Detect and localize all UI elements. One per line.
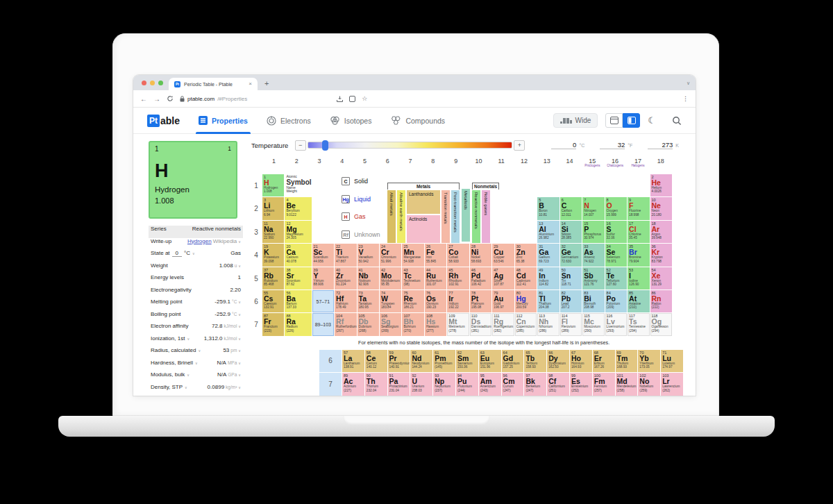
element-cell-nh[interactable]: 113NhNihonium(286): [537, 313, 559, 335]
element-cell-zn[interactable]: 30ZnZinc65.38: [515, 244, 537, 266]
fblock-placeholder[interactable]: 57–71: [312, 290, 334, 312]
element-cell-tc[interactable]: 43TcTechnetium(98): [402, 267, 423, 289]
legend-noble-gases[interactable]: Noble gases: [482, 190, 490, 243]
element-cell-in[interactable]: 49InIndium114.82: [537, 267, 559, 289]
element-cell-ag[interactable]: 47AgSilver107.87: [492, 267, 514, 289]
chevron-down-icon[interactable]: ∨: [238, 312, 241, 317]
element-cell-pu[interactable]: 94PuPlutonium(244): [456, 373, 478, 395]
element-cell-pt[interactable]: 78PtPlatinum195.08: [470, 290, 491, 312]
element-cell-ni[interactable]: 28NiNickel58.693: [470, 244, 491, 266]
property-row[interactable]: Energy levels1: [149, 274, 243, 287]
temperature-minus-button[interactable]: −: [295, 140, 306, 151]
nav-tab-compounds[interactable]: Compounds: [390, 108, 445, 134]
element-cell-ce[interactable]: 58CeCerium140.12: [365, 350, 387, 372]
chevron-down-icon[interactable]: ∨: [238, 337, 241, 341]
element-cell-bi[interactable]: 83BiBismuth208.98: [582, 290, 604, 312]
element-cell-pb[interactable]: 82PbLead207.2: [560, 290, 582, 312]
chevron-down-icon[interactable]: ∨: [187, 373, 190, 377]
element-cell-si[interactable]: 14SiSilicon28.085: [560, 221, 582, 243]
element-cell-as[interactable]: 33AsArsenic74.922: [582, 244, 604, 266]
element-cell-os[interactable]: 76OsOsmium190.23: [425, 290, 446, 312]
element-cell-tl[interactable]: 81TlThallium204.38: [537, 290, 559, 312]
nav-tab-electrons[interactable]: Electrons: [267, 108, 311, 134]
element-cell-fr[interactable]: 87FrFrancium(223): [262, 313, 284, 335]
element-cell-co[interactable]: 27CoCobalt58.933: [447, 244, 469, 266]
element-cell-pa[interactable]: 91PaProtactinium231.04: [388, 373, 410, 395]
temperature-readout-f[interactable]: 32°F: [600, 141, 632, 149]
element-cell-gd[interactable]: 64GdGadolinium157.25: [502, 350, 524, 372]
chevron-down-icon[interactable]: ∨: [198, 348, 201, 353]
layout-window-button[interactable]: [605, 113, 623, 128]
element-cell-ru[interactable]: 44RuRuthenium101.07: [425, 267, 446, 289]
element-cell-mg[interactable]: 12MgMagnesium24.305: [285, 221, 311, 243]
element-cell-cd[interactable]: 48CdCadmium112.41: [515, 267, 537, 289]
element-cell-hg[interactable]: 80HgMercury200.59: [515, 290, 537, 312]
nav-tab-isotopes[interactable]: Isotopes: [330, 108, 372, 134]
legend-post-transition[interactable]: Post-transition metals: [451, 190, 460, 243]
element-cell-ga[interactable]: 31GaGallium69.723: [537, 244, 559, 266]
temperature-readout-k[interactable]: 273K: [648, 141, 679, 149]
chevron-down-icon[interactable]: ∨: [238, 385, 241, 389]
tab-close-icon[interactable]: ×: [249, 81, 252, 87]
browser-menu-icon[interactable]: ⋮: [682, 95, 689, 102]
element-cell-er[interactable]: 68ErErbium167.26: [593, 350, 615, 372]
selected-element-card[interactable]: 1 1 H Hydrogen 1.008: [149, 141, 237, 219]
element-cell-cr[interactable]: 24CrChromium51.996: [380, 244, 401, 266]
element-cell-no[interactable]: 102NoNobelium(259): [638, 373, 660, 395]
element-cell-kr[interactable]: 36KrKrypton83.798: [650, 244, 672, 266]
element-cell-nb[interactable]: 41NbNiobium92.906: [357, 267, 379, 289]
element-cell-ac[interactable]: 89AcActinium(227): [342, 373, 364, 395]
element-cell-y[interactable]: 39YYttrium88.906: [312, 267, 334, 289]
element-cell-ho[interactable]: 67HoHolmium164.93: [570, 350, 592, 372]
element-cell-bh[interactable]: 107BhBohrium(270): [402, 313, 423, 335]
window-controls[interactable]: [142, 81, 163, 85]
element-cell-mc[interactable]: 115McMoscovium(290): [582, 313, 604, 335]
element-cell-rg[interactable]: 111RgRoentgenium(282): [492, 313, 514, 335]
search-icon[interactable]: [672, 116, 682, 126]
element-cell-cs[interactable]: 55CsCaesium132.91: [262, 290, 284, 312]
element-cell-f[interactable]: 9FFluorine18.998: [628, 197, 649, 219]
element-cell-ar[interactable]: 18ArArgon39.948: [650, 221, 672, 243]
element-cell-u[interactable]: 92UUranium238.03: [410, 373, 432, 395]
close-window-button[interactable]: [142, 81, 146, 85]
element-cell-li[interactable]: 3LiLithium6.94: [262, 197, 284, 219]
element-cell-ir[interactable]: 77IrIridium192.22: [447, 290, 469, 312]
property-row[interactable]: State at0°C∨Gas: [149, 250, 243, 262]
element-cell-am[interactable]: 95AmAmericium(243): [479, 373, 501, 395]
element-cell-sm[interactable]: 62SmSamarium150.36: [456, 350, 478, 372]
legend-lanthanoids[interactable]: Lanthanoids: [407, 190, 440, 214]
element-cell-te[interactable]: 52TeTellurium127.60: [605, 267, 627, 289]
element-cell-ne[interactable]: 10NeNeon20.180: [650, 197, 672, 219]
new-tab-button[interactable]: +: [264, 79, 269, 87]
element-cell-he[interactable]: 2HeHelium4.0026: [650, 174, 672, 196]
element-cell-mo[interactable]: 42MoMolybdenum95.95: [380, 267, 401, 289]
element-cell-be[interactable]: 4BeBeryllium9.0122: [285, 197, 311, 219]
legend-actinoids[interactable]: Actinoids: [407, 215, 440, 243]
chevron-down-icon[interactable]: ∨: [238, 324, 241, 328]
property-row[interactable]: Modulus, bulk∨N/AGPa∨: [149, 371, 243, 384]
browser-tab[interactable]: Pt Periodic Table - Ptable ×: [169, 78, 258, 90]
element-cell-ts[interactable]: 117TsTennessine(294): [628, 313, 649, 335]
element-cell-ds[interactable]: 110DsDarmstadtium(281): [470, 313, 491, 335]
element-cell-cl[interactable]: 17ClChlorine35.45: [628, 221, 649, 243]
element-cell-lv[interactable]: 116LvLivermorium(293): [605, 313, 627, 335]
element-cell-rn[interactable]: 86RnRadon(222): [650, 290, 672, 312]
element-cell-c[interactable]: 6CCarbon12.011: [560, 197, 582, 219]
element-cell-s[interactable]: 16SSulfur32.06: [605, 221, 627, 243]
element-cell-ra[interactable]: 88RaRadium(226): [285, 313, 311, 335]
property-row[interactable]: Radius, calculated∨53pm∨: [149, 347, 243, 360]
element-cell-ge[interactable]: 32GeGermanium72.630: [560, 244, 582, 266]
element-cell-al[interactable]: 13AlAluminium26.982: [537, 221, 559, 243]
element-cell-lr[interactable]: 103LrLawrencium(262): [661, 373, 683, 395]
element-cell-pd[interactable]: 46PdPalladium106.42: [470, 267, 491, 289]
element-cell-se[interactable]: 34SeSelenium78.971: [605, 244, 627, 266]
element-cell-mt[interactable]: 109MtMeitnerium(278): [447, 313, 469, 335]
readout-value[interactable]: 273: [648, 141, 673, 149]
element-cell-cf[interactable]: 98CfCalifornium(251): [547, 373, 569, 395]
property-row[interactable]: Density, STP∨0.0899kg/m³∨: [149, 384, 243, 396]
temperature-slider-thumb[interactable]: [322, 140, 328, 151]
legend-reactive-nonmetals[interactable]: Reactive nonmetals: [472, 190, 480, 243]
layout-sidebar-button[interactable]: [623, 113, 640, 128]
media-icon[interactable]: [349, 96, 355, 102]
chevron-down-icon[interactable]: ∨: [238, 348, 241, 353]
